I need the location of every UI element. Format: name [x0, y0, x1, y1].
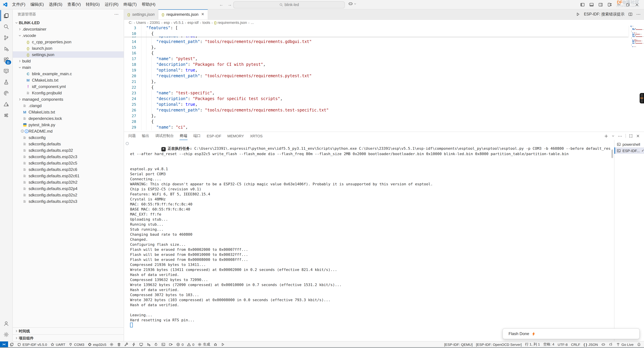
panel-tab-调试控制台[interactable]: 调试控制台	[155, 132, 174, 140]
statusbar-cursor-position[interactable]: 行 1, 列 1	[523, 342, 542, 347]
statusbar-remote-indicator[interactable]: ><	[0, 342, 8, 347]
statusbar-cmake-build[interactable]: 生成	[196, 342, 212, 347]
tree-item-blink_example_main.c[interactable]: Cblink_example_main.c	[13, 70, 124, 77]
tree-item-sdkconfig.defaults.esp32c3[interactable]: sdkconfig.defaults.esp32c3	[13, 154, 124, 160]
tree-item-sdkconfig.defaults.esp32[interactable]: sdkconfig.defaults.esp32	[13, 147, 124, 154]
tab-requirements.json[interactable]: {}requirements.json✕	[158, 9, 208, 19]
close-panel-icon[interactable]	[636, 134, 640, 138]
layout-sidebar-left-icon[interactable]	[580, 2, 585, 7]
notification-toast[interactable]: Flash Done	[502, 328, 640, 339]
tree-item-pytest_blink.py[interactable]: pytest_blink.py	[13, 122, 124, 128]
tree-item-sdkconfig.defaults.esp32h2[interactable]: sdkconfig.defaults.esp32h2	[13, 179, 124, 185]
tree-item-main[interactable]: main	[13, 64, 124, 70]
tree-item-sdkconfig.defaults.esp32s2[interactable]: sdkconfig.defaults.esp32s2	[13, 192, 124, 198]
panel-tab-终端[interactable]: 终端	[180, 132, 188, 140]
tree-item-sdkconfig.defaults.esp32c61[interactable]: sdkconfig.defaults.esp32c61	[13, 173, 124, 179]
activity-item-remote-explorer[interactable]	[0, 65, 12, 77]
statusbar-errors-count[interactable]: 0	[174, 342, 185, 347]
tree-item-settings.json[interactable]: {}settings.json	[13, 51, 124, 58]
breadcrumb-item[interactable]: tools	[202, 20, 210, 24]
breadcrumb-item[interactable]: {} requirements.json	[214, 20, 247, 24]
statusbar-flash-device[interactable]	[130, 342, 138, 347]
menu-item-h[interactable]: 帮助(H)	[139, 1, 158, 8]
tree-item-.vscode[interactable]: .vscode	[13, 32, 124, 39]
activity-item-xrtos[interactable]	[0, 110, 12, 121]
activity-item-explorer[interactable]	[0, 10, 12, 21]
forward-icon[interactable]: →	[228, 2, 232, 7]
activity-item-settings[interactable]	[0, 329, 12, 340]
tree-item-sdkconfig[interactable]: sdkconfig	[13, 134, 124, 141]
tree-item-dependencies.lock[interactable]: dependencies.lock	[13, 115, 124, 122]
breadcrumb-item[interactable]: C:	[129, 20, 132, 24]
statusbar-device-target[interactable]: esp32c5	[86, 342, 108, 347]
statusbar-notifications-bell[interactable]	[635, 342, 643, 347]
statusbar-serial-port[interactable]: COM3	[67, 342, 86, 347]
statusbar-build-project[interactable]	[123, 342, 130, 347]
maximize-panel-icon[interactable]	[629, 134, 633, 138]
tree-item-sdkconfig.defaults.esp32c5[interactable]: sdkconfig.defaults.esp32c5	[13, 160, 124, 166]
tree-item-launch.json[interactable]: {}launch.json	[13, 45, 124, 51]
editor-more-actions-icon[interactable]: ⋯	[636, 12, 641, 17]
minimap[interactable]	[629, 26, 643, 47]
statusbar-formatter-status[interactable]	[607, 342, 614, 347]
activity-item-source-control[interactable]	[0, 32, 12, 43]
terminal-instance-ESP-IDF...[interactable]: ESP-IDF...✓	[614, 147, 644, 154]
layout-sidebar-right-icon[interactable]	[598, 2, 603, 7]
panel-tab-端口[interactable]: 端口	[193, 132, 201, 140]
statusbar-warnings-count[interactable]: 0	[185, 342, 196, 347]
tree-item-kconfig.projbuild[interactable]: Kconfig.projbuild	[13, 90, 124, 96]
menu-item-t[interactable]: 终端(T)	[121, 1, 139, 8]
customize-layout-icon[interactable]	[607, 2, 612, 7]
copilot-titlebar-button[interactable]	[348, 1, 356, 6]
terminal-scrollbar[interactable]	[612, 149, 613, 158]
command-decoration[interactable]	[126, 142, 129, 145]
tree-item-sdkconfig.defaults[interactable]: sdkconfig.defaults	[13, 141, 124, 147]
tree-item-cmakelists.txt[interactable]: MCMakeLists.txt	[13, 77, 124, 83]
activity-item-run-debug[interactable]	[0, 43, 12, 54]
activity-item-account[interactable]	[0, 318, 12, 329]
statusbar-encoding[interactable]: UTF-8	[556, 342, 570, 347]
code-editor[interactable]: 13"optional": true,14"requirement_path":…	[124, 25, 644, 132]
tree-item-managed_components[interactable]: managed_components	[13, 96, 124, 102]
statusbar-monitor-device[interactable]	[138, 342, 145, 347]
statusbar-flash-method[interactable]: UART	[49, 342, 67, 347]
menu-item-r[interactable]: 运行(R)	[102, 1, 121, 8]
activity-item-esp-components[interactable]	[0, 99, 12, 110]
edge-overlay-widget[interactable]	[640, 93, 644, 103]
statusbar-debug-device[interactable]	[145, 342, 152, 347]
statusbar-esp-idf-version[interactable]: ESP-IDF v5.5.0	[16, 342, 49, 347]
tree-item-c_cpp_properties.json[interactable]: {}c_cpp_properties.json	[13, 39, 124, 45]
tree-item-cmakelists.txt[interactable]: MCMakeLists.txt	[13, 109, 124, 115]
statusbar-eol[interactable]: CRLF	[570, 342, 582, 347]
breadcrumb-item[interactable]: 23391	[150, 20, 160, 24]
breadcrumb-item[interactable]: Users	[136, 20, 146, 24]
section-项目组件[interactable]: 项目组件	[13, 335, 124, 342]
statusbar-sdk-config[interactable]	[108, 342, 116, 347]
tree-item-blink-led[interactable]: BLINK-LED	[13, 19, 124, 26]
statusbar-go-live[interactable]: Go Live	[614, 342, 635, 347]
command-center-search[interactable]: blink-led	[233, 1, 345, 8]
menu-item-e[interactable]: 编辑(E)	[28, 1, 46, 8]
tree-item-sdkconfig.defaults.esp32p4[interactable]: sdkconfig.defaults.esp32p4	[13, 185, 124, 192]
statusbar-build-flash-monitor[interactable]	[152, 342, 160, 347]
tree-item-build[interactable]: build	[13, 58, 124, 64]
tree-item-.devcontainer[interactable]: .devcontainer	[13, 26, 124, 32]
panel-tab-输出[interactable]: 输出	[142, 132, 150, 140]
statusbar-custom-task[interactable]	[167, 342, 174, 347]
panel-more-actions-icon[interactable]: ⋯	[618, 134, 622, 139]
tree-item-sdkconfig.defaults.esp32s3[interactable]: sdkconfig.defaults.esp32s3	[13, 198, 124, 204]
breadcrumb-item[interactable]: v5.5.1	[174, 20, 184, 24]
split-editor-icon[interactable]	[628, 12, 632, 16]
statusbar-full-clean[interactable]	[116, 342, 123, 347]
close-icon[interactable]	[634, 2, 639, 7]
breadcrumb-item[interactable]: esp-idf	[188, 20, 199, 24]
run-code-icon[interactable]	[576, 12, 580, 16]
tab-settings.json[interactable]: {}settings.json	[124, 9, 158, 19]
panel-tab-问题[interactable]: 问题	[128, 132, 136, 140]
tree-item-.clangd[interactable]: .clangd	[13, 102, 124, 109]
breadcrumb-item[interactable]: esp	[164, 20, 170, 24]
tree-item-idf_component.yml[interactable]: !idf_component.yml	[13, 83, 124, 90]
statusbar-pick-workspace[interactable]	[8, 342, 16, 347]
statusbar-idf-terminal[interactable]	[160, 342, 167, 347]
minimize-icon[interactable]	[616, 2, 621, 7]
